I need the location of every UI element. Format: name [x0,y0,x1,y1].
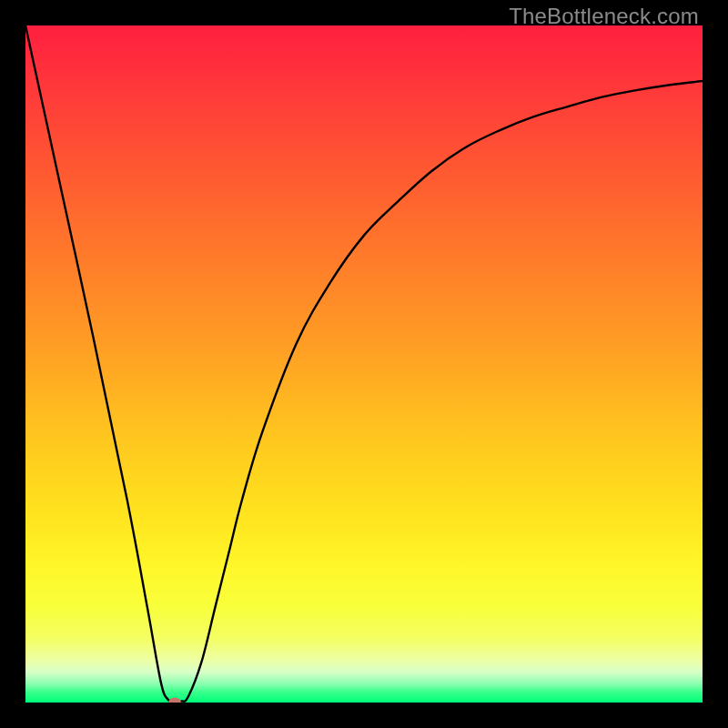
chart-frame: TheBottleneck.com [0,0,728,728]
background-gradient [25,25,703,703]
minimum-dot [168,698,181,703]
plot-area [25,25,703,703]
svg-rect-0 [25,25,703,703]
